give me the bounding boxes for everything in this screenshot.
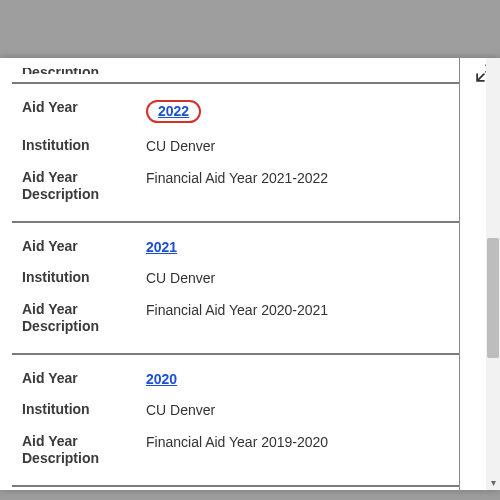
aid-year-link[interactable]: 2022: [158, 103, 189, 119]
scrollbar-thumb[interactable]: [487, 238, 499, 358]
value-description: Financial Aid Year 2020-2021: [146, 301, 449, 318]
label-institution: Institution: [22, 269, 146, 287]
aid-year-link[interactable]: 2020: [146, 371, 177, 387]
highlight-circle: 2022: [146, 100, 201, 123]
label-description-partial: Description: [22, 68, 99, 74]
value-description: Financial Aid Year 2019-2020: [146, 433, 449, 450]
aid-year-link[interactable]: 2021: [146, 239, 177, 255]
value-aid-year: 2022: [146, 99, 449, 123]
label-aid-year: Aid Year: [22, 370, 146, 388]
value-aid-year: 2021: [146, 238, 449, 255]
row-description: Aid Year Description Financial Aid Year …: [22, 294, 449, 343]
value-description: Financial Aid Year 2021-2022: [146, 169, 449, 186]
label-description: Aid Year Description: [22, 433, 146, 468]
row-aid-year: Aid Year 2022: [22, 92, 449, 130]
record-partial-top: Description: [12, 58, 459, 84]
aid-year-record: Aid Year 2020 Institution CU Denver Aid …: [12, 355, 459, 487]
row-description: Aid Year Description Financial Aid Year …: [22, 162, 449, 211]
label-description: Aid Year Description: [22, 169, 146, 204]
label-description: Aid Year Description: [22, 301, 146, 336]
row-aid-year: Aid Year 2020: [22, 363, 449, 395]
value-institution: CU Denver: [146, 137, 449, 154]
scrollbar-track[interactable]: ▾: [486, 58, 500, 490]
row-aid-year: Aid Year 2021: [22, 231, 449, 263]
row-institution: Institution CU Denver: [22, 262, 449, 294]
value-aid-year: 2020: [146, 370, 449, 387]
scrollbar-down-icon[interactable]: ▾: [487, 476, 499, 490]
label-aid-year: Aid Year: [22, 99, 146, 117]
aid-year-record: Aid Year 2022 Institution CU Denver Aid …: [12, 84, 459, 223]
label-aid-year: Aid Year: [22, 238, 146, 256]
panel-content: Description Aid Year 2022 Institution CU…: [12, 58, 460, 490]
row-institution: Institution CU Denver: [22, 394, 449, 426]
label-institution: Institution: [22, 137, 146, 155]
value-institution: CU Denver: [146, 401, 449, 418]
row-institution: Institution CU Denver: [22, 130, 449, 162]
aid-year-panel: Description Aid Year 2022 Institution CU…: [0, 58, 500, 490]
row-description: Aid Year Description Financial Aid Year …: [22, 426, 449, 475]
value-institution: CU Denver: [146, 269, 449, 286]
aid-year-record: Aid Year 2021 Institution CU Denver Aid …: [12, 223, 459, 355]
label-institution: Institution: [22, 401, 146, 419]
